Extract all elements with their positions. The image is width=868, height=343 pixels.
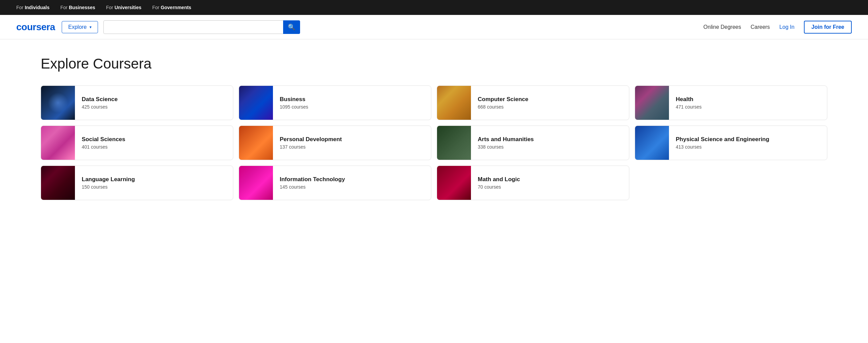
category-thumbnail-health: [635, 86, 669, 120]
category-card-data-science[interactable]: Data Science425 courses: [41, 85, 233, 120]
category-card-information-technology[interactable]: Information Technology145 courses: [239, 166, 431, 200]
logo[interactable]: coursera: [16, 22, 55, 33]
topbar-item-individuals[interactable]: For Individuals: [16, 5, 50, 10]
header-links: Online Degrees Careers Log In Join for F…: [704, 21, 852, 34]
category-card-business[interactable]: Business1095 courses: [239, 85, 431, 120]
category-info-health: Health471 courses: [669, 91, 708, 115]
category-info-personal-development: Personal Development137 courses: [273, 131, 349, 155]
category-thumbnail-computer-science: [437, 86, 471, 120]
topbar-item-governments[interactable]: For Governments: [152, 5, 191, 10]
search-icon: 🔍: [288, 23, 295, 31]
category-thumbnail-physical-science: [635, 126, 669, 160]
category-card-computer-science[interactable]: Computer Science668 courses: [437, 85, 629, 120]
category-info-physical-science: Physical Science and Engineering413 cour…: [669, 131, 776, 155]
topbar-item-universities[interactable]: For Universities: [106, 5, 141, 10]
category-name-personal-development: Personal Development: [280, 136, 342, 143]
page-title: Explore Coursera: [41, 56, 827, 72]
category-thumbnail-data-science: [41, 86, 75, 120]
category-info-language-learning: Language Learning150 courses: [75, 171, 142, 195]
category-thumbnail-personal-development: [239, 126, 273, 160]
join-for-free-button[interactable]: Join for Free: [804, 21, 852, 34]
category-card-health[interactable]: Health471 courses: [635, 85, 827, 120]
category-name-computer-science: Computer Science: [478, 96, 528, 103]
category-count-language-learning: 150 courses: [82, 184, 135, 190]
category-name-arts-humanities: Arts and Humanities: [478, 136, 534, 143]
category-name-business: Business: [280, 96, 308, 103]
category-info-arts-humanities: Arts and Humanities338 courses: [471, 131, 540, 155]
explore-button[interactable]: Explore ▾: [62, 21, 98, 33]
category-name-social-sciences: Social Sciences: [82, 136, 125, 143]
search-button[interactable]: 🔍: [283, 20, 300, 34]
category-name-information-technology: Information Technology: [280, 176, 345, 183]
category-info-computer-science: Computer Science668 courses: [471, 91, 535, 115]
category-count-computer-science: 668 courses: [478, 104, 528, 110]
category-thumbnail-business: [239, 86, 273, 120]
main-content: Explore Coursera Data Science425 courses…: [0, 39, 868, 227]
log-in-link[interactable]: Log In: [780, 24, 794, 30]
category-thumbnail-information-technology: [239, 166, 273, 200]
careers-link[interactable]: Careers: [751, 24, 770, 30]
category-count-business: 1095 courses: [280, 104, 308, 110]
category-count-health: 471 courses: [676, 104, 702, 110]
category-thumbnail-math-logic: [437, 166, 471, 200]
category-card-arts-humanities[interactable]: Arts and Humanities338 courses: [437, 126, 629, 160]
category-count-physical-science: 413 courses: [676, 144, 769, 150]
category-info-information-technology: Information Technology145 courses: [273, 171, 352, 195]
category-count-social-sciences: 401 courses: [82, 144, 125, 150]
category-name-data-science: Data Science: [82, 96, 118, 103]
logo-text: coursera: [16, 22, 55, 33]
search-bar: 🔍: [103, 20, 300, 34]
category-card-math-logic[interactable]: Math and Logic70 courses: [437, 166, 629, 200]
category-card-social-sciences[interactable]: Social Sciences401 courses: [41, 126, 233, 160]
category-name-health: Health: [676, 96, 702, 103]
category-name-physical-science: Physical Science and Engineering: [676, 136, 769, 143]
top-bar: For IndividualsFor BusinessesFor Univers…: [0, 0, 868, 15]
category-card-personal-development[interactable]: Personal Development137 courses: [239, 126, 431, 160]
category-count-data-science: 425 courses: [82, 104, 118, 110]
category-count-math-logic: 70 courses: [478, 184, 520, 190]
search-input[interactable]: [103, 20, 300, 34]
category-info-social-sciences: Social Sciences401 courses: [75, 131, 132, 155]
category-info-business: Business1095 courses: [273, 91, 315, 115]
category-thumbnail-social-sciences: [41, 126, 75, 160]
online-degrees-link[interactable]: Online Degrees: [704, 24, 741, 30]
topbar-item-businesses[interactable]: For Businesses: [60, 5, 95, 10]
category-card-physical-science[interactable]: Physical Science and Engineering413 cour…: [635, 126, 827, 160]
category-grid: Data Science425 coursesBusiness1095 cour…: [41, 85, 827, 200]
category-info-data-science: Data Science425 courses: [75, 91, 124, 115]
category-count-personal-development: 137 courses: [280, 144, 342, 150]
category-name-math-logic: Math and Logic: [478, 176, 520, 183]
explore-label: Explore: [68, 24, 86, 30]
category-info-math-logic: Math and Logic70 courses: [471, 171, 527, 195]
category-name-language-learning: Language Learning: [82, 176, 135, 183]
category-thumbnail-arts-humanities: [437, 126, 471, 160]
main-header: coursera Explore ▾ 🔍 Online Degrees Care…: [0, 15, 868, 39]
category-thumbnail-language-learning: [41, 166, 75, 200]
category-count-arts-humanities: 338 courses: [478, 144, 534, 150]
category-card-language-learning[interactable]: Language Learning150 courses: [41, 166, 233, 200]
category-count-information-technology: 145 courses: [280, 184, 345, 190]
chevron-down-icon: ▾: [90, 25, 92, 30]
